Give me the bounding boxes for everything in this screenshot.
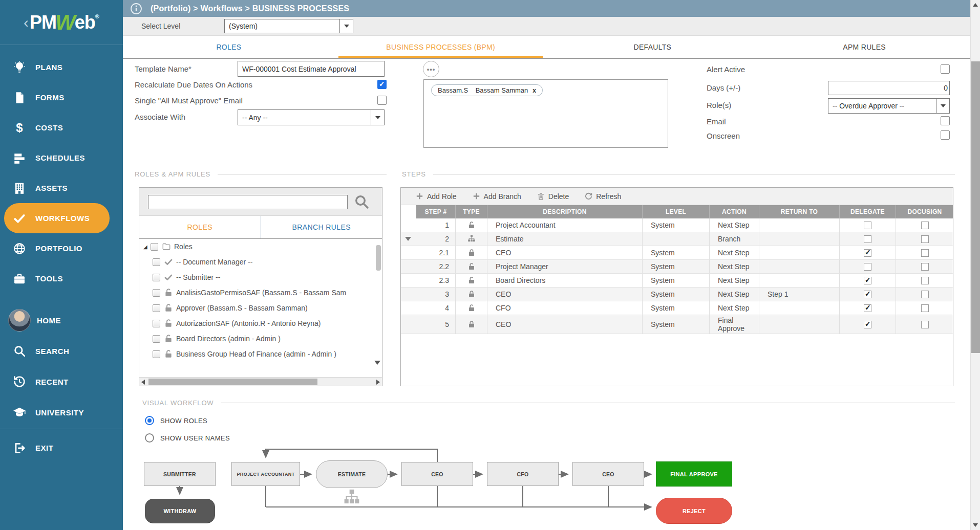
docusign-cell[interactable] [896, 246, 953, 259]
tree-item-document-manager[interactable]: -- Document Manager -- [139, 254, 382, 270]
delegate-checkbox[interactable] [864, 235, 871, 243]
column-header-step[interactable]: STEP # [416, 205, 456, 218]
delegate-cell[interactable] [840, 288, 896, 301]
delegate-checkbox[interactable] [864, 304, 871, 312]
delegate-cell[interactable] [840, 246, 896, 259]
column-header-type[interactable]: TYPE [456, 205, 487, 218]
tree-scroll-down-arrow[interactable] [374, 361, 380, 365]
step-row-2-3[interactable]: 2.3Board DirectorsSystemNext Step [401, 274, 953, 288]
step-row-2-1[interactable]: 2.1CEOSystemNext Step [401, 246, 953, 260]
delete-button[interactable]: Delete [537, 192, 569, 201]
tree-checkbox[interactable] [153, 350, 160, 358]
roles-panel-tab-branch-rules[interactable]: BRANCH RULES [261, 216, 382, 238]
roles-search-input[interactable] [148, 195, 348, 209]
docusign-cell[interactable] [896, 218, 953, 232]
associate-with-arrow[interactable] [371, 110, 384, 125]
tree-item-analisisgastopermisosaf[interactable]: AnalisisGastoPermisoSAF (Bassam.S - Bass… [139, 285, 382, 300]
delegate-checkbox[interactable] [864, 321, 871, 328]
docusign-cell[interactable] [896, 301, 953, 315]
delegate-checkbox[interactable] [864, 277, 871, 284]
step-row-1[interactable]: 1Project AccountantSystemNext Step [401, 218, 953, 232]
add-role-button[interactable]: Add Role [415, 192, 457, 201]
sidebar-item-exit[interactable]: EXIT [0, 433, 123, 463]
workflow-node-estimate[interactable]: ESTIMATE [316, 460, 388, 488]
workflow-node-submitter[interactable]: SUBMITTER [144, 462, 216, 486]
tree-checkbox[interactable] [153, 289, 160, 297]
scroll-left-arrow[interactable] [141, 380, 145, 385]
tree-item-autorizacionsaf-antonio[interactable]: AutorizacionSAF (Antonio.R - Antonio Rey… [139, 316, 382, 331]
sidebar-collapse-chevron[interactable]: ‹ [24, 14, 29, 31]
tree-horizontal-scrollbar[interactable] [139, 377, 382, 386]
email-checkbox[interactable] [941, 116, 950, 125]
assignee-pill[interactable]: Bassam.S Bassam Sammanx [431, 84, 543, 96]
sidebar-item-assets[interactable]: ASSETS [0, 173, 123, 203]
tab-roles[interactable]: ROLES [123, 36, 335, 58]
sidebar-item-forms[interactable]: FORMS [0, 82, 123, 113]
docusign-checkbox[interactable] [921, 321, 929, 328]
column-header-docusign[interactable]: DOCUSIGN [896, 205, 953, 218]
step-row-4[interactable]: 4CFOSystemNext Step [401, 301, 953, 315]
alert-active-checkbox[interactable] [941, 64, 950, 74]
tree-item-submitter[interactable]: -- Submitter -- [139, 270, 382, 285]
scroll-right-arrow[interactable] [376, 380, 380, 385]
workflow-node-reject[interactable]: REJECT [656, 498, 732, 524]
search-icon[interactable] [353, 193, 370, 210]
assignee-box[interactable]: Bassam.S Bassam Sammanx [423, 79, 668, 148]
tree-checkbox[interactable] [153, 304, 160, 312]
tree-checkbox[interactable] [153, 320, 160, 327]
scroll-thumb[interactable] [971, 61, 980, 353]
tree-checkbox[interactable] [153, 274, 160, 281]
delegate-cell[interactable] [840, 260, 896, 273]
roles-arrow[interactable] [936, 99, 949, 113]
delegate-checkbox[interactable] [864, 222, 871, 229]
sidebar-item-recent[interactable]: RECENT [0, 366, 123, 397]
tree-checkbox[interactable] [153, 335, 160, 343]
onscreen-checkbox[interactable] [941, 130, 950, 140]
sidebar-item-portfolio[interactable]: PORTFOLIO [0, 233, 123, 263]
column-header-action[interactable]: ACTION [710, 205, 759, 218]
sidebar-item-search[interactable]: SEARCH [0, 336, 123, 366]
docusign-checkbox[interactable] [921, 222, 929, 229]
tab-defaults[interactable]: DEFAULTS [547, 36, 759, 58]
add-branch-button[interactable]: Add Branch [472, 192, 521, 201]
radio-show-user-names[interactable]: SHOW USER NAMES [145, 433, 230, 443]
delegate-checkbox[interactable] [864, 291, 871, 298]
select-level-arrow[interactable] [339, 19, 353, 33]
roles-dropdown[interactable]: -- Overdue Approver -- [828, 98, 950, 114]
column-header-return-to[interactable]: RETURN TO [759, 205, 840, 218]
sidebar-item-costs[interactable]: $COSTS [0, 113, 123, 143]
delegate-cell[interactable] [840, 274, 896, 287]
associate-with-dropdown[interactable]: -- Any -- [238, 109, 385, 125]
select-level-dropdown[interactable]: (System) [224, 19, 353, 33]
docusign-cell[interactable] [896, 315, 953, 334]
tree-item-board-directors-admin[interactable]: Board Directors (admin - Admin ) [139, 331, 382, 346]
sidebar-item-home[interactable]: HOME [0, 305, 123, 336]
delegate-cell[interactable] [840, 301, 896, 315]
delegate-cell[interactable] [840, 232, 896, 246]
docusign-cell[interactable] [896, 288, 953, 301]
tree-item-approver-bassam-s-bas[interactable]: Approver (Bassam.S - Bassam Samman) [139, 300, 382, 316]
workflow-node-cfo[interactable]: CFO [487, 462, 559, 486]
breadcrumb-portfolio-link[interactable]: (Portfolio) [151, 4, 191, 13]
pmweb-logo[interactable]: ‹ PMWeb® [0, 0, 123, 45]
workflow-node-final-approve[interactable]: FINAL APPROVE [656, 461, 732, 487]
tree-item-business-group-head-of-f[interactable]: Business Group Head of Finance (admin - … [139, 346, 382, 362]
docusign-checkbox[interactable] [921, 249, 929, 257]
assignee-picker-button[interactable]: ••• [423, 61, 439, 77]
delegate-checkbox[interactable] [864, 249, 871, 257]
remove-assignee-icon[interactable]: x [532, 87, 536, 94]
docusign-cell[interactable] [896, 260, 953, 273]
step-row-2[interactable]: 2EstimateBranch [401, 232, 953, 246]
sidebar-item-tools[interactable]: TOOLS [0, 263, 123, 294]
step-row-3[interactable]: 3CEOSystemNext StepStep 1 [401, 288, 953, 301]
single-email-checkbox[interactable] [377, 96, 387, 105]
workflow-node-withdraw[interactable]: WITHDRAW [145, 499, 215, 523]
radio-button[interactable] [145, 433, 154, 443]
tree-checkbox[interactable] [151, 243, 158, 251]
docusign-checkbox[interactable] [921, 291, 929, 298]
scroll-down-arrow[interactable] [973, 523, 978, 527]
tree-expander-icon[interactable]: ◢ [143, 244, 151, 250]
tree-vertical-scrollbar[interactable] [376, 245, 381, 271]
recalculate-due-dates-checkbox[interactable] [377, 80, 387, 89]
radio-show-roles[interactable]: SHOW ROLES [145, 416, 207, 425]
